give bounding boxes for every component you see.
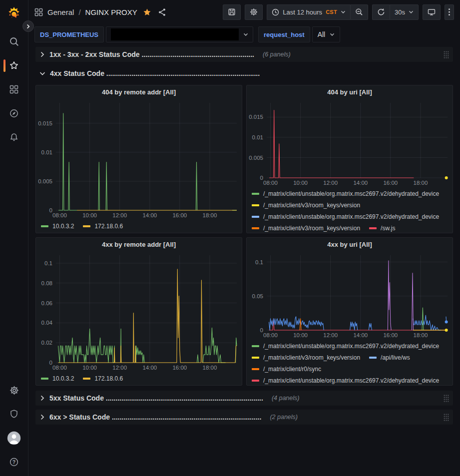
share-icon[interactable] bbox=[158, 8, 166, 16]
sidebar-expand-button[interactable] bbox=[22, 20, 34, 32]
sidebar-item-server-admin[interactable] bbox=[0, 402, 28, 426]
main-area: General / NGINX PROXY Last 12 hours CST bbox=[28, 0, 460, 476]
refresh-interval-picker[interactable]: 30s bbox=[390, 4, 419, 20]
time-range-picker[interactable]: Last 12 hours CST bbox=[267, 4, 350, 20]
kebab-icon bbox=[448, 8, 451, 16]
legend-item[interactable]: 172.18.0.6 bbox=[83, 220, 123, 232]
refresh-controls: 30s bbox=[372, 4, 419, 20]
tv-mode-button[interactable] bbox=[423, 4, 441, 20]
sidebar-item-profile[interactable] bbox=[0, 426, 28, 450]
x-tick-label: 14:00 bbox=[353, 332, 368, 338]
y-tick-label: 0.1 bbox=[255, 259, 263, 265]
legend-label: 10.0.3.2 bbox=[52, 375, 74, 382]
legend-item[interactable]: /_matrix/client/r0/sync bbox=[252, 363, 321, 375]
legend-label: 172.18.0.6 bbox=[94, 223, 123, 230]
sidebar-item-help[interactable]: ? bbox=[0, 450, 28, 474]
legend-item[interactable]: /_matrix/client/unstable/org.matrix.msc2… bbox=[252, 340, 439, 352]
chevron-right-icon bbox=[26, 24, 30, 29]
chart-canvas[interactable]: 08:0010:0012:0014:0016:0018:0000.020.040… bbox=[36, 251, 242, 373]
series-line bbox=[106, 162, 107, 211]
legend-item[interactable]: /_matrix/client/v3/room_keys/version bbox=[252, 199, 360, 211]
series-line bbox=[136, 346, 144, 363]
panel-title[interactable]: 404 by remote addr [All] bbox=[36, 85, 242, 99]
series-line bbox=[422, 308, 424, 330]
row-title: 6xx > Status Code ......................… bbox=[49, 413, 261, 421]
x-tick-label: 14:00 bbox=[142, 212, 157, 218]
x-tick-label: 08:00 bbox=[263, 180, 278, 186]
breadcrumb-folder[interactable]: General bbox=[47, 8, 74, 16]
panel-404-by-remote-addr: 404 by remote addr [All] 08:0010:0012:00… bbox=[35, 85, 242, 233]
dashboard-row-6xx[interactable]: 6xx > Status Code ......................… bbox=[35, 410, 453, 425]
refresh-icon bbox=[377, 8, 385, 16]
legend-swatch bbox=[252, 368, 259, 370]
dashboard-row-5xx[interactable]: 5xx Status Code ........................… bbox=[35, 391, 453, 406]
series-line bbox=[203, 328, 225, 363]
sidebar-item-explore[interactable] bbox=[0, 101, 28, 125]
search-icon[interactable] bbox=[0, 29, 28, 53]
save-icon bbox=[228, 8, 236, 16]
sidebar-item-starred[interactable] bbox=[0, 53, 28, 77]
compass-icon bbox=[9, 108, 19, 118]
legend-item[interactable]: /api/live/ws bbox=[369, 352, 410, 363]
row-drag-handle[interactable] bbox=[444, 414, 449, 421]
panel-title[interactable]: 404 by uri [All] bbox=[247, 85, 453, 99]
chevron-down-icon bbox=[409, 10, 414, 14]
y-tick-label: 0.05 bbox=[252, 293, 263, 299]
legend-item[interactable]: /_matrix/client/v3/room_keys/version bbox=[252, 352, 360, 363]
chevron-down-icon bbox=[341, 10, 346, 14]
legend-item[interactable]: 172.18.0.6 bbox=[83, 373, 123, 384]
panel-title[interactable]: 4xx by uri [All] bbox=[247, 238, 453, 251]
dashboard-row-1xx-3xx-2xx[interactable]: 1xx - 3xx - 2xx Status Code ............… bbox=[35, 47, 453, 62]
legend-item[interactable]: /_matrix/client/unstable/org.matrix.msc2… bbox=[252, 211, 439, 222]
dashboard-row-4xx[interactable]: 4xx Status Code ........................… bbox=[35, 66, 453, 81]
time-controls: Last 12 hours CST bbox=[267, 4, 368, 20]
kebab-menu-button[interactable] bbox=[445, 4, 454, 20]
series-line bbox=[269, 110, 414, 178]
sidebar-item-dashboards[interactable] bbox=[0, 77, 28, 101]
legend-item[interactable]: /_matrix/client/unstable/org.matrix.msc2… bbox=[252, 188, 439, 199]
save-dashboard-button[interactable] bbox=[223, 4, 241, 20]
legend-label: /_matrix/client/r0/sync bbox=[263, 366, 321, 373]
series-point bbox=[445, 176, 448, 179]
breadcrumb-separator: / bbox=[78, 8, 80, 16]
legend-swatch bbox=[83, 225, 90, 227]
series-line bbox=[58, 113, 77, 210]
legend-label: /_matrix/client/unstable/org.matrix.msc2… bbox=[263, 343, 439, 350]
panel-title[interactable]: 4xx by remote addr [All] bbox=[36, 238, 242, 251]
legend-item[interactable]: /_matrix/client/v3/room_keys/version bbox=[252, 222, 360, 233]
sidebar-item-alerting[interactable] bbox=[0, 125, 28, 149]
dashboard-settings-button[interactable] bbox=[245, 4, 263, 20]
legend-item[interactable]: /sw.js bbox=[369, 222, 395, 233]
datasource-value-dropdown[interactable] bbox=[106, 26, 253, 42]
x-tick-label: 12:00 bbox=[112, 365, 127, 371]
zoom-out-button[interactable] bbox=[350, 4, 368, 20]
sidebar-item-configuration[interactable] bbox=[0, 378, 28, 402]
refresh-button[interactable] bbox=[372, 4, 390, 20]
chart-canvas[interactable]: 08:0010:0012:0014:0016:0018:0000.050.1 bbox=[247, 251, 453, 340]
legend-item[interactable]: /_matrix/client/unstable/org.matrix.msc2… bbox=[252, 375, 439, 385]
y-tick-label: 0 bbox=[49, 360, 52, 366]
favorite-star-icon[interactable] bbox=[143, 8, 151, 16]
request-host-value-dropdown[interactable]: All bbox=[312, 26, 341, 42]
x-tick-label: 12:00 bbox=[112, 212, 127, 218]
chart-canvas[interactable]: 08:0010:0012:0014:0016:0018:0000.0050.01… bbox=[36, 99, 242, 220]
y-tick-label: 0 bbox=[260, 327, 263, 333]
datasource-label[interactable]: DS_PROMETHEUS bbox=[34, 26, 104, 42]
legend-swatch bbox=[252, 204, 259, 206]
bell-icon bbox=[9, 132, 19, 142]
chart-canvas[interactable]: 08:0010:0012:0014:0016:0018:0000.0050.01… bbox=[247, 99, 453, 188]
breadcrumb-dashboard-title[interactable]: NGINX PROXY bbox=[85, 8, 137, 16]
request-host-label[interactable]: request_host bbox=[258, 26, 310, 42]
legend-label: /_matrix/client/unstable/org.matrix.msc2… bbox=[263, 377, 439, 384]
svg-text:?: ? bbox=[12, 459, 15, 465]
row-drag-handle[interactable] bbox=[444, 51, 449, 58]
apps-icon bbox=[9, 85, 18, 94]
grafana-logo[interactable] bbox=[5, 4, 23, 22]
row-panel-count: (2 panels) bbox=[270, 414, 298, 421]
question-circle-icon: ? bbox=[9, 457, 19, 467]
legend-item[interactable]: 10.0.3.2 bbox=[41, 220, 74, 232]
row-drag-handle[interactable] bbox=[444, 395, 449, 402]
x-tick-label: 10:00 bbox=[82, 212, 97, 218]
legend-item[interactable]: 10.0.3.2 bbox=[41, 373, 74, 384]
y-tick-label: 0.06 bbox=[41, 300, 52, 306]
